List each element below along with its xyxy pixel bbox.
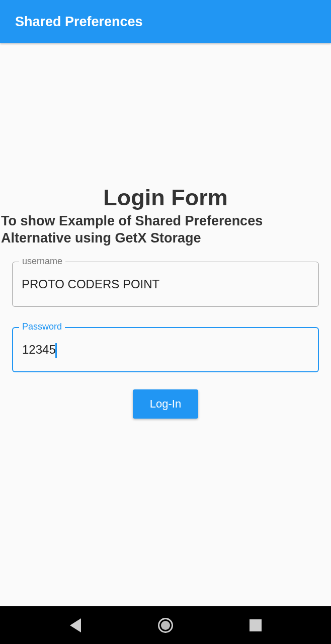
username-input[interactable]: [12, 262, 319, 307]
password-field-wrap: Password 12345: [12, 327, 319, 372]
recent-icon: [250, 619, 262, 631]
form-subheading: To show Example of Shared Preferences Al…: [1, 213, 330, 247]
username-label: username: [19, 256, 65, 267]
password-input[interactable]: [12, 327, 319, 372]
content-area: Login Form To show Example of Shared Pre…: [0, 43, 331, 606]
login-form: Login Form To show Example of Shared Pre…: [1, 185, 330, 419]
android-nav-bar: [0, 606, 331, 644]
text-caret: [55, 343, 57, 358]
app-bar-title: Shared Preferences: [15, 14, 143, 30]
password-label: Password: [19, 321, 65, 332]
login-button[interactable]: Log-In: [133, 389, 198, 419]
nav-back-button[interactable]: [66, 616, 85, 634]
app-screen: Shared Preferences Login Form To show Ex…: [0, 0, 331, 644]
home-icon: [158, 618, 173, 633]
button-row: Log-In: [1, 389, 330, 419]
back-icon: [70, 618, 81, 632]
nav-recent-button[interactable]: [246, 616, 265, 634]
app-bar: Shared Preferences: [0, 0, 331, 43]
username-field-wrap: username: [12, 262, 319, 307]
form-heading: Login Form: [1, 185, 330, 211]
nav-home-button[interactable]: [156, 616, 175, 634]
